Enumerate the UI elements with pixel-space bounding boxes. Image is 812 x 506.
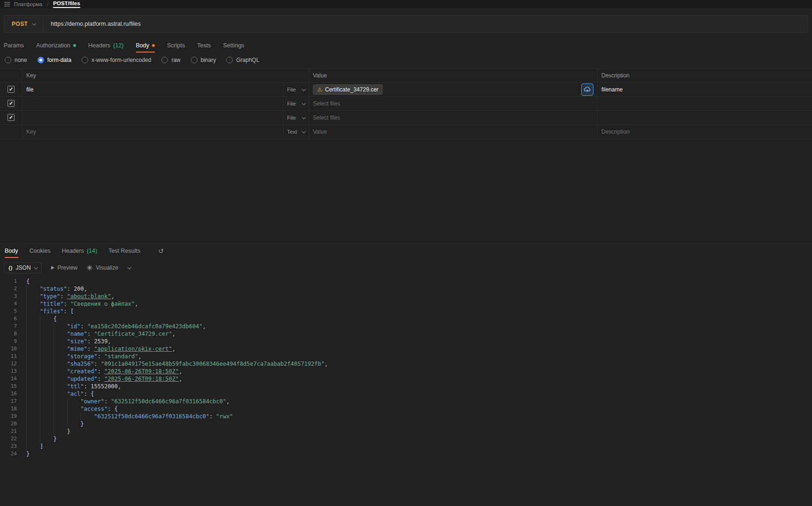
check-icon: ✓ (9, 101, 13, 106)
warning-icon: ⚠ (317, 87, 322, 92)
table-row: ✓ File Select files (0, 111, 812, 125)
description-input[interactable]: Description (598, 125, 812, 139)
request-url-bar: POST (4, 15, 808, 33)
radio-icon (82, 57, 88, 63)
radio-icon (5, 57, 11, 63)
table-new-row: Key Text Value Description (0, 125, 812, 139)
more-options-chevron-icon[interactable] (128, 265, 131, 269)
table-header-row: Key Value Description (0, 69, 812, 83)
mode-binary[interactable]: binary (191, 57, 216, 63)
type-select[interactable]: Text (283, 125, 309, 139)
visualize-icon (87, 265, 92, 271)
breadcrumb-request-tab[interactable]: POST/files (53, 0, 80, 8)
body-mode-selector: none form-data x-www-form-urlencoded raw… (0, 54, 812, 66)
response-tab-headers[interactable]: Headers(14) (62, 244, 97, 258)
value-file-picker[interactable]: Select files (309, 111, 598, 124)
row-enabled-checkbox[interactable]: ✓ (8, 86, 15, 93)
description-input[interactable]: filename (598, 83, 812, 96)
radio-icon (191, 57, 197, 63)
table-row: ✓ File Select files (0, 97, 812, 111)
radio-icon (38, 57, 44, 63)
response-format-select[interactable]: {} JSON (4, 262, 42, 273)
breadcrumb-separator: / (47, 1, 48, 7)
response-section: Body Cookies Headers(14) Test Results ↺ … (0, 243, 812, 458)
response-tab-test-results[interactable]: Test Results (108, 244, 140, 258)
url-input[interactable] (43, 21, 808, 27)
radio-icon (161, 57, 168, 63)
chevron-down-icon (302, 101, 305, 105)
request-tabs: Params Authorization Headers(12) Body Sc… (0, 38, 812, 53)
method-label: POST (12, 21, 28, 27)
row-enabled-checkbox[interactable]: ✓ (8, 114, 15, 121)
type-select[interactable]: File (283, 97, 309, 110)
check-icon: ✓ (9, 87, 13, 92)
row-enabled-checkbox[interactable]: ✓ (8, 100, 15, 107)
file-chip[interactable]: ⚠ Certificate_34729.cer (313, 84, 383, 95)
tab-settings[interactable]: Settings (223, 38, 244, 53)
topbar: Платформа / POST/files (0, 0, 812, 8)
breadcrumb-workspace[interactable]: Платформа (14, 1, 42, 7)
tab-authorization[interactable]: Authorization (36, 38, 76, 53)
form-data-table: Key Value Description ✓ file File ⚠ Cert… (0, 68, 812, 139)
column-value: Value (309, 69, 598, 82)
column-key: Key (23, 69, 309, 82)
radio-icon (226, 57, 233, 63)
response-tabs: Body Cookies Headers(14) Test Results ↺ (0, 244, 812, 258)
response-tab-body[interactable]: Body (5, 244, 18, 258)
value-file-picker[interactable]: Select files (309, 97, 598, 110)
chevron-down-icon (302, 87, 305, 91)
mode-none[interactable]: none (5, 57, 27, 63)
response-tab-cookies[interactable]: Cookies (30, 244, 51, 258)
type-select[interactable]: File (283, 83, 309, 96)
body-status-dot (152, 44, 155, 47)
value-input[interactable]: Value (309, 125, 598, 139)
column-description: Description (598, 69, 812, 82)
chevron-down-icon (302, 129, 305, 133)
mode-raw[interactable]: raw (161, 57, 180, 63)
visualize-button[interactable]: Visualize (87, 264, 118, 271)
response-headers-count: (14) (87, 248, 97, 254)
description-input[interactable] (598, 111, 812, 124)
mode-form-data[interactable]: form-data (38, 57, 71, 63)
response-toolbar: {} JSON Preview Visualize (0, 262, 812, 274)
chevron-down-icon (302, 115, 305, 119)
method-selector[interactable]: POST (4, 15, 43, 32)
preview-icon (51, 266, 54, 270)
key-input[interactable] (23, 97, 283, 110)
preview-button[interactable]: Preview (51, 264, 78, 271)
braces-icon: {} (8, 265, 13, 271)
apps-grid-icon[interactable] (5, 2, 9, 7)
chevron-down-icon (34, 265, 38, 269)
headers-count: (12) (113, 42, 123, 49)
response-body-code[interactable]: 1{2"status": 200,3"type": "about:blank",… (0, 278, 812, 458)
table-row: ✓ file File ⚠ Certificate_34729.cer file… (0, 83, 812, 97)
check-icon: ✓ (9, 115, 13, 120)
value-cell: ⚠ Certificate_34729.cer (309, 83, 598, 96)
pane-spacer (0, 139, 812, 243)
cloud-upload-icon (584, 86, 591, 93)
key-input[interactable] (23, 111, 283, 124)
tab-scripts[interactable]: Scripts (167, 38, 185, 53)
upload-file-button[interactable] (581, 83, 593, 96)
type-select[interactable]: File (283, 111, 309, 124)
response-history-icon[interactable]: ↺ (158, 247, 164, 255)
tab-body[interactable]: Body (136, 38, 155, 53)
authorization-status-dot (73, 44, 76, 47)
key-input[interactable]: Key (23, 125, 283, 139)
description-input[interactable] (598, 97, 812, 110)
tab-tests[interactable]: Tests (197, 38, 211, 53)
mode-x-www-form-urlencoded[interactable]: x-www-form-urlencoded (82, 57, 151, 63)
mode-graphql[interactable]: GraphQL (226, 57, 259, 63)
tab-params[interactable]: Params (4, 38, 24, 53)
tab-headers[interactable]: Headers(12) (88, 38, 123, 53)
chevron-down-icon (32, 22, 36, 25)
key-input[interactable]: file (23, 83, 283, 96)
